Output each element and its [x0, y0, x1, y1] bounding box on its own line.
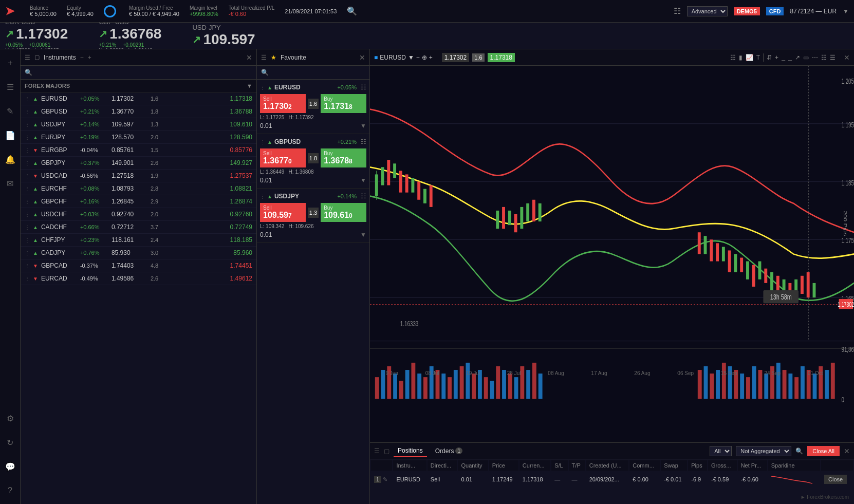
instrument-name: EURJPY — [41, 134, 77, 141]
chart-symbol-dropdown[interactable]: ▼ — [408, 54, 414, 61]
instrument-price2: 109.610 — [230, 121, 252, 128]
list-item[interactable]: ⋮ ▲ GBPJPY +0.37% 149.901 2.6 149.927 — [21, 157, 256, 170]
favourites-close[interactable]: ✕ — [359, 53, 365, 62]
toolbar-settings2[interactable]: ☰ — [830, 54, 836, 61]
list-item[interactable]: ⋮ ▲ USDCHF +0.03% 0.92740 2.0 0.92760 — [21, 208, 256, 221]
close-position-button[interactable]: Close — [824, 475, 847, 484]
fav-buy-price: 109.610 — [324, 211, 363, 220]
fav-expand-icon[interactable]: ☷ — [361, 193, 366, 200]
toolbar-crosshair2[interactable]: + — [775, 54, 778, 61]
drag-handle: ⋮ — [25, 135, 30, 140]
chart-plus[interactable]: + — [429, 54, 433, 61]
instrument-price1: 0.85761 — [112, 146, 147, 154]
toolbar-layers[interactable]: ☷ — [821, 54, 827, 61]
instrument-price1: 109.597 — [112, 121, 147, 128]
alert-icon[interactable]: 🔔 — [2, 151, 18, 167]
svg-rect-22 — [514, 214, 517, 232]
fav-sell-block[interactable]: Sell 1.17302 — [260, 94, 306, 113]
fav-qty-expand[interactable]: ▼ — [360, 122, 366, 129]
col-swap: Swap — [661, 460, 687, 471]
chat-icon[interactable]: 💬 — [2, 458, 18, 475]
list-item[interactable]: ⋮ ▲ EURJPY +0.19% 128.570 2.0 128.590 — [21, 131, 256, 144]
instrument-name: USDCAD — [41, 172, 77, 179]
forex-majors-collapse[interactable]: ▼ — [247, 83, 252, 89]
toolbar-cursor[interactable]: ⇵ — [767, 54, 772, 61]
ticker-usdjpy[interactable]: USDJPY ↗ 109.597 — [192, 24, 255, 48]
help-icon[interactable]: ? — [2, 482, 18, 499]
watchlist-icon[interactable]: ☰ — [2, 79, 18, 95]
list-item[interactable]: ⋮ ▼ EURCAD -0.49% 1.49586 2.6 1.49612 — [21, 272, 256, 285]
fav-expand-icon[interactable]: ☷ — [361, 84, 366, 91]
list-item[interactable]: ⋮ ▲ CADCHF +0.66% 0.72712 3.7 0.72749 — [21, 221, 256, 234]
instruments-close[interactable]: ✕ — [246, 53, 252, 62]
list-item[interactable]: ⋮ ▲ EURUSD +0.05% ☷ Sell 1.17302 1.6 Buy… — [257, 80, 369, 134]
fav-qty-expand[interactable]: ▼ — [360, 231, 366, 238]
fav-expand-icon[interactable]: ☷ — [361, 138, 366, 145]
message-icon[interactable]: ✉ — [2, 175, 18, 192]
toolbar-text[interactable]: T — [756, 54, 760, 61]
list-item[interactable]: ⋮ ▲ GBPCHF +0.16% 1.26845 2.9 1.26874 — [21, 195, 256, 208]
chart-crosshair[interactable]: ⊕ — [422, 54, 427, 61]
toolbar-more[interactable]: ⋯ — [812, 54, 818, 61]
list-item[interactable]: ⋮ ▲ CHFJPY +0.23% 118.161 2.4 118.185 — [21, 234, 256, 247]
fav-buy-block[interactable]: Buy 109.610 — [321, 203, 366, 222]
chart-symbol-selector[interactable]: ■ EURUSD ▼ − ⊕ + — [374, 54, 433, 61]
close-all-button[interactable]: Close All — [807, 446, 840, 456]
fav-sell-block[interactable]: Sell 1.36770 — [260, 148, 306, 167]
instrument-name: GBPUSD — [41, 108, 77, 115]
col-gross: Gross... — [708, 460, 737, 471]
ticker-eurusd[interactable]: EURUSD ↗ 1.17302 +0.05% +0.00061 H: 1.17… — [5, 23, 68, 49]
drag-handle: ⋮ — [25, 250, 30, 256]
toolbar-line[interactable]: ⎯ — [782, 54, 785, 61]
svg-rect-23 — [520, 207, 523, 229]
chart-minus[interactable]: − — [416, 54, 420, 61]
tab-positions[interactable]: Positions — [394, 445, 427, 457]
portfolio-icon[interactable]: 📄 — [2, 127, 18, 143]
toolbar-indicators[interactable]: 📈 — [746, 54, 753, 61]
fav-sell-block[interactable]: Sell 109.597 — [260, 203, 306, 222]
list-item[interactable]: ⋮ ▲ USDJPY +0.14% ☷ Sell 109.597 1.3 Buy… — [257, 189, 369, 243]
instrument-price1: 1.49586 — [112, 275, 147, 282]
fav-buy-block[interactable]: Buy 1.36788 — [321, 148, 366, 167]
mode-selector[interactable]: Advanced — [687, 6, 728, 16]
fav-qty-expand[interactable]: ▼ — [360, 177, 366, 184]
toolbar-candle[interactable]: ▮ — [739, 54, 742, 61]
instrument-spread: 2.6 — [151, 275, 166, 282]
toolbar-divider — [763, 53, 764, 62]
chart-close[interactable]: ✕ — [844, 53, 850, 62]
layout-icon[interactable]: ☷ — [674, 6, 681, 16]
toolbar-screenshot[interactable]: ☷ — [730, 54, 736, 61]
toolbar-hline[interactable]: ⎯ — [788, 54, 792, 61]
list-item[interactable]: ⋮ ▼ EURGBP -0.04% 0.85761 1.5 0.85776 — [21, 144, 256, 157]
list-item[interactable]: ⋮ ▲ USDJPY +0.14% 109.597 1.3 109.610 — [21, 118, 256, 131]
settings-icon[interactable]: ⚙ — [2, 410, 18, 426]
list-item[interactable]: ⋮ ▲ CADJPY +0.76% 85.930 3.0 85.960 — [21, 247, 256, 259]
fav-buy-block[interactable]: Buy 1.17318 — [321, 94, 366, 113]
list-item[interactable]: ⋮ ▲ GBPUSD +0.21% ☷ Sell 1.36770 1.8 Buy… — [257, 134, 369, 189]
filter-all-select[interactable]: All — [710, 446, 732, 456]
toolbar-shape[interactable]: ▭ — [803, 54, 809, 61]
fav-search-icon[interactable]: 🔍 — [261, 69, 269, 76]
svg-rect-50 — [375, 377, 379, 399]
add-icon[interactable]: ＋ — [2, 54, 18, 71]
chevron-down-icon[interactable]: ▼ — [843, 8, 849, 15]
svg-rect-19 — [496, 211, 499, 229]
ticker-gbpusd[interactable]: GBPUSD ↗ 1.36768 +0.21% +0.00291 H: 1.36… — [99, 23, 161, 49]
positions-close[interactable]: ✕ — [844, 447, 850, 455]
list-item[interactable]: ⋮ ▲ EURCHF +0.08% 1.08793 2.8 1.08821 — [21, 182, 256, 195]
chart-canvas[interactable]: 13h 58m 1.16333 — [370, 66, 854, 442]
history-icon[interactable]: ↻ — [2, 434, 18, 451]
list-item[interactable]: ⋮ ▼ GBPCAD -0.37% 1.74403 4.8 1.74451 — [21, 259, 256, 272]
tab-orders[interactable]: Orders 1 — [431, 445, 467, 457]
row-tp: — — [569, 472, 585, 487]
list-item[interactable]: ⋮ ▲ GBPUSD +0.21% 1.36770 1.8 1.36788 — [21, 105, 256, 118]
list-item[interactable]: ⋮ ▼ USDCAD -0.56% 1.27518 1.9 1.27537 — [21, 170, 256, 182]
chart-icon[interactable]: ✎ — [2, 103, 18, 119]
toolbar-trend[interactable]: ↗ — [795, 54, 800, 61]
list-item[interactable]: ⋮ ▲ EURUSD +0.05% 1.17302 1.6 1.17318 — [21, 92, 256, 105]
filter-aggregation-select[interactable]: Not Aggregated — [736, 446, 791, 456]
direction-icon: ▲ — [33, 96, 38, 102]
positions-search-icon[interactable]: 🔍 — [795, 447, 803, 455]
search-icon[interactable]: 🔍 — [347, 6, 357, 16]
edit-icon[interactable]: ✎ — [383, 476, 387, 482]
